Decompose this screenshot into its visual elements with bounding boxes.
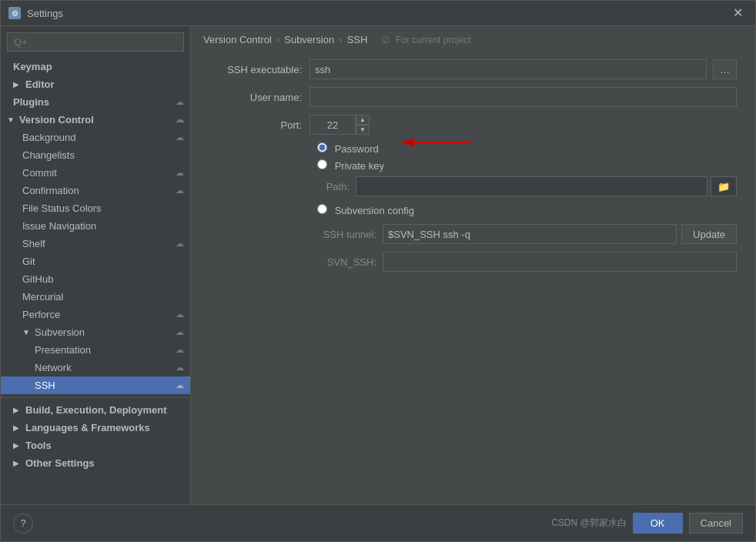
- update-button[interactable]: Update: [681, 224, 737, 244]
- sidebar-item-label: Languages & Frameworks: [25, 422, 150, 433]
- svn-config-radio[interactable]: [317, 204, 327, 214]
- ssh-tunnel-input[interactable]: [383, 224, 677, 244]
- breadcrumb-part-2: Subversion: [284, 34, 334, 45]
- sidebar-item-keymap[interactable]: Keymap: [1, 58, 190, 75]
- shelf-sync-icon: ☁: [176, 239, 184, 249]
- path-input[interactable]: [356, 176, 707, 196]
- chevron-down-icon: ▼: [7, 115, 16, 124]
- sidebar-item-background[interactable]: Background ☁: [1, 129, 190, 146]
- sidebar-item-languages-frameworks[interactable]: ▶ Languages & Frameworks: [1, 419, 190, 437]
- breadcrumb-part-3: SSH: [347, 34, 368, 45]
- password-radio-row: Password: [209, 142, 737, 155]
- username-input[interactable]: [309, 87, 737, 107]
- action-buttons: CSDN @郭家水白 OK Cancel: [551, 513, 743, 534]
- sidebar-item-label: Keymap: [13, 61, 52, 72]
- path-label: Path:: [317, 181, 356, 192]
- sidebar-item-label: Editor: [25, 79, 55, 90]
- vc-sync-icon: ☁: [176, 115, 184, 125]
- sidebar-item-label: GitHub: [22, 273, 53, 285]
- ssh-executable-row: SSH executable: …: [209, 59, 737, 79]
- content-area: Keymap ▶ Editor Plugins ☁ ▼ Version Cont…: [1, 26, 755, 504]
- port-down-button[interactable]: ▼: [356, 125, 370, 135]
- breadcrumb-sep-2: ›: [339, 34, 342, 45]
- title-bar: ⚙ Settings ✕: [1, 1, 755, 26]
- chevron-right-icon: ▶: [13, 406, 22, 414]
- dialog-title: Settings: [27, 8, 722, 19]
- bg-sync-icon: ☁: [176, 132, 184, 142]
- ssh-executable-input[interactable]: [309, 59, 707, 79]
- sidebar-item-changelists[interactable]: Changelists: [1, 146, 190, 164]
- username-row: User name:: [209, 87, 737, 107]
- private-key-radio-group: Private key: [317, 159, 384, 172]
- sidebar-item-git[interactable]: Git: [1, 253, 190, 270]
- port-label: Port:: [209, 119, 309, 131]
- sidebar-item-presentation[interactable]: Presentation ☁: [1, 341, 190, 359]
- settings-dialog: ⚙ Settings ✕ Keymap ▶ Editor Plugins ☁: [0, 0, 756, 542]
- sidebar-item-label: Shelf: [22, 238, 45, 249]
- ok-button[interactable]: OK: [633, 513, 683, 534]
- sidebar-item-file-status-colors[interactable]: File Status Colors: [1, 199, 190, 217]
- ssh-executable-browse-button[interactable]: …: [713, 59, 737, 79]
- sidebar-item-editor[interactable]: ▶ Editor: [1, 75, 190, 93]
- close-button[interactable]: ✕: [728, 5, 748, 21]
- dialog-icon: ⚙: [8, 7, 21, 19]
- chevron-right-icon: ▶: [13, 423, 22, 432]
- chevron-right-icon: ▶: [13, 441, 22, 450]
- help-button[interactable]: ?: [13, 514, 33, 534]
- path-browse-button[interactable]: 📁: [711, 176, 737, 196]
- sidebar-item-perforce[interactable]: Perforce ☁: [1, 306, 190, 323]
- password-radio-group: Password: [317, 142, 379, 155]
- sidebar-item-tools[interactable]: ▶ Tools: [1, 437, 190, 454]
- sidebar-item-plugins[interactable]: Plugins ☁: [1, 93, 190, 111]
- sidebar-item-build-execution[interactable]: ▶ Build, Execution, Deployment: [1, 401, 190, 419]
- sidebar: Keymap ▶ Editor Plugins ☁ ▼ Version Cont…: [1, 26, 191, 504]
- private-key-radio[interactable]: [317, 159, 327, 169]
- port-input[interactable]: [309, 115, 356, 135]
- path-row: Path: 📁: [317, 176, 737, 196]
- net-sync-icon: ☁: [176, 363, 184, 373]
- sidebar-item-version-control[interactable]: ▼ Version Control ☁: [1, 111, 190, 129]
- sidebar-item-label: Confirmation: [22, 185, 79, 196]
- form-area: SSH executable: … User name: Port: ▲: [191, 53, 755, 504]
- sidebar-item-label: Issue Navigation: [22, 220, 96, 232]
- sidebar-item-label: Mercurial: [22, 291, 63, 303]
- password-radio[interactable]: [317, 142, 327, 152]
- chevron-down-icon: ▼: [22, 328, 32, 336]
- sidebar-item-issue-navigation[interactable]: Issue Navigation: [1, 217, 190, 235]
- search-input[interactable]: [7, 32, 184, 52]
- svn-ssh-label: SVN_SSH:: [317, 256, 383, 268]
- plugin-sync-icon: ☁: [176, 97, 184, 107]
- sidebar-item-confirmation[interactable]: Confirmation ☁: [1, 182, 190, 199]
- sidebar-item-ssh[interactable]: SSH ☁: [1, 376, 190, 394]
- svn-ssh-row: SVN_SSH:: [317, 252, 737, 272]
- for-project-label: ☑ For current project: [381, 35, 470, 45]
- port-up-button[interactable]: ▲: [356, 115, 370, 125]
- commit-sync-icon: ☁: [176, 168, 184, 178]
- sidebar-item-commit[interactable]: Commit ☁: [1, 164, 190, 182]
- password-label[interactable]: Password: [335, 143, 379, 155]
- sidebar-item-subversion[interactable]: ▼ Subversion ☁: [1, 323, 190, 341]
- ssh-tunnel-label: SSH tunnel:: [317, 229, 383, 240]
- ssh-sync-icon: ☁: [176, 380, 184, 390]
- sidebar-item-mercurial[interactable]: Mercurial: [1, 288, 190, 306]
- sidebar-item-shelf[interactable]: Shelf ☁: [1, 235, 190, 253]
- sidebar-item-label: Plugins: [13, 96, 49, 108]
- port-spinner: ▲ ▼: [356, 115, 370, 135]
- port-control: ▲ ▼: [309, 115, 370, 135]
- sidebar-item-other-settings[interactable]: ▶ Other Settings: [1, 454, 190, 472]
- svn-ssh-input[interactable]: [383, 252, 737, 272]
- sidebar-item-github[interactable]: GitHub: [1, 270, 190, 288]
- sidebar-item-label: Network: [35, 362, 72, 373]
- cancel-button[interactable]: Cancel: [689, 513, 743, 534]
- svn-sync-icon: ☁: [176, 327, 184, 337]
- sidebar-item-label: Background: [22, 132, 75, 143]
- svn-config-label[interactable]: Subversion config: [335, 205, 414, 216]
- sidebar-item-label: Version Control: [19, 114, 94, 125]
- ssh-tunnel-row: SSH tunnel: Update: [317, 224, 737, 244]
- private-key-label[interactable]: Private key: [335, 160, 384, 172]
- breadcrumb-sep-1: ›: [276, 34, 279, 45]
- chevron-right-icon: ▶: [13, 459, 22, 467]
- sidebar-item-network[interactable]: Network ☁: [1, 359, 190, 376]
- sidebar-item-label: Git: [22, 256, 35, 267]
- sidebar-item-label: Build, Execution, Deployment: [25, 404, 166, 416]
